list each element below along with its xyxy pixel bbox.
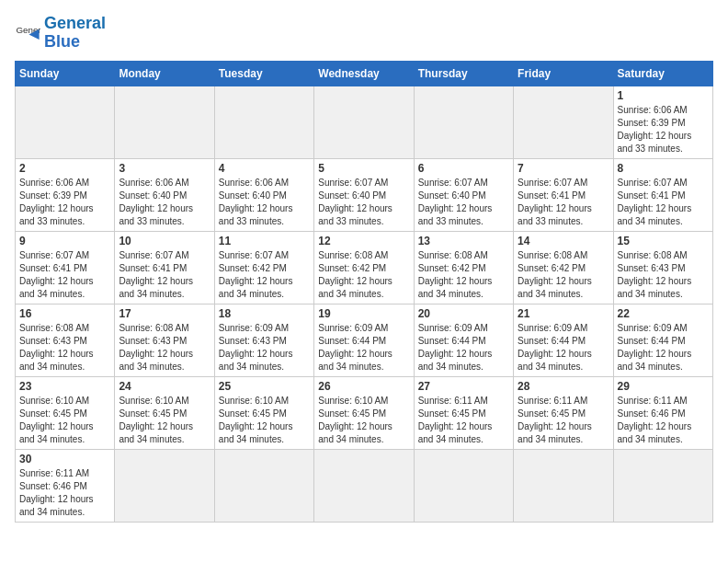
calendar-cell: 9Sunrise: 6:07 AMSunset: 6:41 PMDaylight… xyxy=(16,231,115,304)
day-info: Sunrise: 6:07 AMSunset: 6:40 PMDaylight:… xyxy=(318,177,409,228)
weekday-header-sunday: Sunday xyxy=(16,61,115,86)
calendar-cell: 11Sunrise: 6:07 AMSunset: 6:42 PMDayligh… xyxy=(214,231,313,304)
day-info: Sunrise: 6:06 AMSunset: 6:40 PMDaylight:… xyxy=(119,177,210,228)
day-info: Sunrise: 6:08 AMSunset: 6:43 PMDaylight:… xyxy=(19,322,110,373)
weekday-header-saturday: Saturday xyxy=(613,61,712,86)
day-number: 4 xyxy=(219,162,310,175)
calendar-cell: 27Sunrise: 6:11 AMSunset: 6:45 PMDayligh… xyxy=(414,376,513,449)
day-number: 17 xyxy=(119,307,210,320)
calendar-cell: 30Sunrise: 6:11 AMSunset: 6:46 PMDayligh… xyxy=(16,449,115,522)
day-number: 2 xyxy=(19,162,110,175)
week-row-6: 30Sunrise: 6:11 AMSunset: 6:46 PMDayligh… xyxy=(16,449,713,522)
calendar-cell xyxy=(314,86,414,158)
day-number: 22 xyxy=(618,307,709,320)
day-info: Sunrise: 6:09 AMSunset: 6:44 PMDaylight:… xyxy=(618,322,709,373)
day-number: 24 xyxy=(119,380,210,393)
day-info: Sunrise: 6:11 AMSunset: 6:45 PMDaylight:… xyxy=(418,395,509,446)
calendar-cell: 15Sunrise: 6:08 AMSunset: 6:43 PMDayligh… xyxy=(613,231,712,304)
day-number: 1 xyxy=(618,89,709,102)
calendar-cell: 19Sunrise: 6:09 AMSunset: 6:44 PMDayligh… xyxy=(314,304,414,376)
day-info: Sunrise: 6:10 AMSunset: 6:45 PMDaylight:… xyxy=(219,395,310,446)
day-number: 23 xyxy=(19,380,110,393)
day-info: Sunrise: 6:06 AMSunset: 6:39 PMDaylight:… xyxy=(618,104,709,155)
calendar-cell: 24Sunrise: 6:10 AMSunset: 6:45 PMDayligh… xyxy=(115,376,214,449)
day-number: 13 xyxy=(418,235,509,247)
day-info: Sunrise: 6:07 AMSunset: 6:41 PMDaylight:… xyxy=(518,177,609,228)
calendar-table: SundayMondayTuesdayWednesdayThursdayFrid… xyxy=(15,61,713,523)
day-number: 16 xyxy=(19,307,110,320)
day-info: Sunrise: 6:09 AMSunset: 6:44 PMDaylight:… xyxy=(318,322,409,373)
calendar-cell: 8Sunrise: 6:07 AMSunset: 6:41 PMDaylight… xyxy=(613,158,712,231)
day-number: 18 xyxy=(219,307,310,320)
calendar-cell: 10Sunrise: 6:07 AMSunset: 6:41 PMDayligh… xyxy=(115,231,214,304)
calendar-cell: 22Sunrise: 6:09 AMSunset: 6:44 PMDayligh… xyxy=(613,304,712,376)
day-number: 26 xyxy=(318,380,409,393)
calendar-cell xyxy=(414,449,513,522)
calendar-cell: 25Sunrise: 6:10 AMSunset: 6:45 PMDayligh… xyxy=(214,376,313,449)
day-number: 5 xyxy=(318,162,409,175)
logo-icon: General xyxy=(15,20,40,46)
day-number: 19 xyxy=(318,307,409,320)
calendar-cell xyxy=(115,449,214,522)
day-number: 6 xyxy=(418,162,509,175)
day-info: Sunrise: 6:07 AMSunset: 6:40 PMDaylight:… xyxy=(418,177,509,228)
day-number: 21 xyxy=(518,307,609,320)
day-number: 14 xyxy=(518,235,609,247)
logo-text: GeneralBlue xyxy=(44,15,106,52)
day-number: 7 xyxy=(518,162,609,175)
day-info: Sunrise: 6:11 AMSunset: 6:46 PMDaylight:… xyxy=(19,467,110,519)
calendar-cell: 2Sunrise: 6:06 AMSunset: 6:39 PMDaylight… xyxy=(16,158,115,231)
day-number: 25 xyxy=(219,380,310,393)
calendar-cell: 7Sunrise: 6:07 AMSunset: 6:41 PMDaylight… xyxy=(514,158,613,231)
calendar-cell: 1Sunrise: 6:06 AMSunset: 6:39 PMDaylight… xyxy=(613,86,712,158)
day-info: Sunrise: 6:08 AMSunset: 6:43 PMDaylight:… xyxy=(618,249,709,301)
weekday-header-tuesday: Tuesday xyxy=(214,61,313,86)
day-number: 27 xyxy=(418,380,509,393)
day-number: 8 xyxy=(618,162,709,175)
page-header: General GeneralBlue xyxy=(15,15,713,52)
weekday-header-friday: Friday xyxy=(514,61,613,86)
day-number: 9 xyxy=(19,235,110,247)
day-number: 12 xyxy=(318,235,409,247)
day-info: Sunrise: 6:06 AMSunset: 6:39 PMDaylight:… xyxy=(19,177,110,228)
calendar-cell xyxy=(514,449,613,522)
day-info: Sunrise: 6:09 AMSunset: 6:44 PMDaylight:… xyxy=(418,322,509,373)
calendar-cell: 12Sunrise: 6:08 AMSunset: 6:42 PMDayligh… xyxy=(314,231,414,304)
calendar-cell: 28Sunrise: 6:11 AMSunset: 6:45 PMDayligh… xyxy=(514,376,613,449)
day-number: 10 xyxy=(119,235,210,247)
calendar-cell: 16Sunrise: 6:08 AMSunset: 6:43 PMDayligh… xyxy=(16,304,115,376)
week-row-5: 23Sunrise: 6:10 AMSunset: 6:45 PMDayligh… xyxy=(16,376,713,449)
day-info: Sunrise: 6:08 AMSunset: 6:43 PMDaylight:… xyxy=(119,322,210,373)
calendar-cell: 26Sunrise: 6:10 AMSunset: 6:45 PMDayligh… xyxy=(314,376,414,449)
day-info: Sunrise: 6:10 AMSunset: 6:45 PMDaylight:… xyxy=(318,395,409,446)
calendar-cell xyxy=(514,86,613,158)
calendar-cell: 14Sunrise: 6:08 AMSunset: 6:42 PMDayligh… xyxy=(514,231,613,304)
weekday-header-thursday: Thursday xyxy=(414,61,513,86)
day-info: Sunrise: 6:08 AMSunset: 6:42 PMDaylight:… xyxy=(318,249,409,301)
day-info: Sunrise: 6:08 AMSunset: 6:42 PMDaylight:… xyxy=(418,249,509,301)
calendar-cell xyxy=(314,449,414,522)
calendar-cell xyxy=(214,449,313,522)
calendar-cell xyxy=(214,86,313,158)
day-number: 20 xyxy=(418,307,509,320)
weekday-header-monday: Monday xyxy=(115,61,214,86)
calendar-cell: 29Sunrise: 6:11 AMSunset: 6:46 PMDayligh… xyxy=(613,376,712,449)
calendar-cell xyxy=(414,86,513,158)
day-number: 11 xyxy=(219,235,310,247)
week-row-3: 9Sunrise: 6:07 AMSunset: 6:41 PMDaylight… xyxy=(16,231,713,304)
calendar-cell: 13Sunrise: 6:08 AMSunset: 6:42 PMDayligh… xyxy=(414,231,513,304)
day-info: Sunrise: 6:10 AMSunset: 6:45 PMDaylight:… xyxy=(19,395,110,446)
day-number: 28 xyxy=(518,380,609,393)
week-row-4: 16Sunrise: 6:08 AMSunset: 6:43 PMDayligh… xyxy=(16,304,713,376)
calendar-cell: 6Sunrise: 6:07 AMSunset: 6:40 PMDaylight… xyxy=(414,158,513,231)
week-row-2: 2Sunrise: 6:06 AMSunset: 6:39 PMDaylight… xyxy=(16,158,713,231)
weekday-header-row: SundayMondayTuesdayWednesdayThursdayFrid… xyxy=(16,61,713,86)
day-info: Sunrise: 6:07 AMSunset: 6:41 PMDaylight:… xyxy=(119,249,210,301)
day-info: Sunrise: 6:08 AMSunset: 6:42 PMDaylight:… xyxy=(518,249,609,301)
day-number: 30 xyxy=(19,453,110,465)
calendar-cell: 17Sunrise: 6:08 AMSunset: 6:43 PMDayligh… xyxy=(115,304,214,376)
day-info: Sunrise: 6:09 AMSunset: 6:44 PMDaylight:… xyxy=(518,322,609,373)
day-info: Sunrise: 6:06 AMSunset: 6:40 PMDaylight:… xyxy=(219,177,310,228)
calendar-cell xyxy=(16,86,115,158)
calendar-cell: 4Sunrise: 6:06 AMSunset: 6:40 PMDaylight… xyxy=(214,158,313,231)
